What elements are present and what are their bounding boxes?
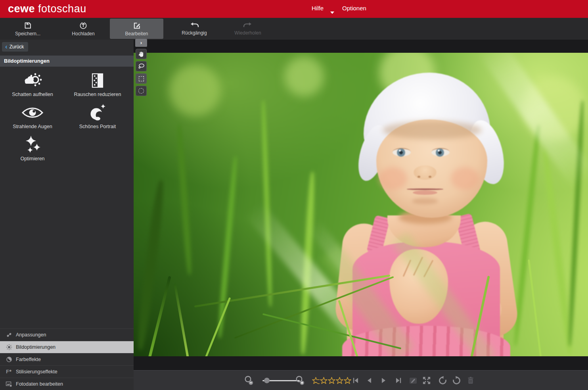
save-button[interactable]: Speichern... xyxy=(0,19,56,39)
next-image-button[interactable] xyxy=(381,371,387,390)
tool-bright-eyes[interactable]: Strahlende Augen xyxy=(0,100,65,132)
menu-hilfe[interactable]: Hilfe xyxy=(312,5,324,12)
title-bar: cewe fotoschau Hilfe Optionen xyxy=(0,0,588,18)
star-icon[interactable] xyxy=(320,377,328,384)
category-stylization-effects[interactable]: F★ Stilisierungseffekte xyxy=(0,365,134,378)
star-icon[interactable] xyxy=(344,377,351,384)
cheek-right xyxy=(451,167,479,190)
logo-regular: fotoschau xyxy=(38,3,86,15)
undo-button[interactable]: Rückgängig xyxy=(167,19,222,39)
nostril xyxy=(418,176,420,178)
star-icon[interactable] xyxy=(336,377,343,384)
redo-label: Wiederholen xyxy=(234,30,261,36)
baby-iris-left xyxy=(397,148,405,157)
color-effects-icon xyxy=(6,356,12,363)
lasso-select-tool[interactable] xyxy=(136,61,147,71)
beautiful-portrait-icon xyxy=(88,102,107,124)
tool-shadow-brighten[interactable]: Schatten aufhellen xyxy=(0,67,65,100)
photo-canvas[interactable] xyxy=(134,53,588,356)
next-image-icon xyxy=(381,377,387,384)
fullscreen-icon xyxy=(422,376,431,385)
chin-crease xyxy=(412,198,438,204)
canvas-area: › xyxy=(134,40,588,390)
edit-icon xyxy=(132,21,141,30)
hand-pan-tool[interactable] xyxy=(136,49,147,59)
category-color-effects[interactable]: Farbeffekte xyxy=(0,353,134,365)
star-icon[interactable] xyxy=(312,377,320,384)
fullscreen-button[interactable] xyxy=(422,371,431,390)
delete-button[interactable] xyxy=(467,371,475,390)
zoom-slider-track[interactable] xyxy=(262,380,300,381)
category-label: Stilisierungseffekte xyxy=(16,369,57,375)
baby-iris-right xyxy=(436,148,444,157)
star-icon[interactable] xyxy=(328,377,335,384)
baby-mouth xyxy=(407,188,443,190)
category-label: Farbeffekte xyxy=(16,357,41,362)
tool-label: Schatten aufhellen xyxy=(12,92,53,97)
shadow-brighten-icon xyxy=(22,69,43,92)
expand-palette-icon[interactable]: › xyxy=(135,39,147,47)
last-image-button[interactable] xyxy=(395,371,402,390)
tool-label: Schönes Portrait xyxy=(79,124,116,129)
baby-figure xyxy=(134,53,588,356)
compare-edit-button[interactable] xyxy=(409,371,418,390)
eye-highlight xyxy=(399,150,401,152)
zoom-slider[interactable] xyxy=(262,371,300,390)
zoom-out-icon xyxy=(244,375,254,386)
zoom-in-button[interactable] xyxy=(295,371,305,390)
category-label: Fotodaten bearbeiten xyxy=(16,381,63,387)
redo-icon xyxy=(243,22,253,29)
rotate-right-button[interactable] xyxy=(452,371,462,390)
tool-optimize[interactable]: Optimieren xyxy=(0,132,65,164)
rect-select-tool[interactable] xyxy=(136,73,147,84)
optimize-sparkles-icon xyxy=(24,134,41,156)
noise-reduction-icon xyxy=(90,69,105,92)
category-label: Anpassungen xyxy=(16,332,46,338)
sun-icon xyxy=(6,344,12,350)
save-label: Speichern... xyxy=(15,31,40,37)
chevron-down-icon[interactable] xyxy=(330,12,334,14)
last-image-icon xyxy=(395,377,402,384)
category-photo-data[interactable]: Fotodaten bearbeiten xyxy=(0,378,134,390)
tool-beautiful-portrait[interactable]: Schönes Portrait xyxy=(65,100,130,132)
category-list: Anpassungen Bildoptimierungen Farbef xyxy=(0,329,134,390)
edit-button[interactable]: Bearbeiten xyxy=(110,19,163,39)
selection-tool-palette: › xyxy=(135,39,147,96)
nostril xyxy=(429,176,431,178)
first-image-button[interactable] xyxy=(352,371,359,390)
undo-icon xyxy=(190,22,199,29)
category-adjustments[interactable]: Anpassungen xyxy=(0,329,134,341)
rotate-left-button[interactable] xyxy=(438,371,447,390)
ellipse-select-tool[interactable] xyxy=(136,86,147,96)
rect-marquee-icon xyxy=(139,76,144,81)
edit-label: Bearbeiten xyxy=(125,31,148,37)
cheek-left xyxy=(379,167,407,190)
baby-lower-lip xyxy=(413,190,437,195)
back-label: Zurück xyxy=(10,44,24,50)
redo-button[interactable]: Wiederholen xyxy=(222,19,274,39)
panel-title: Bildoptimierungen xyxy=(0,56,134,67)
lasso-icon xyxy=(138,63,145,69)
upload-label: Hochladen xyxy=(72,31,94,37)
category-label: Bildoptimierungen xyxy=(16,344,56,350)
photo-data-edit-icon xyxy=(6,381,12,387)
zoom-out-button[interactable] xyxy=(244,371,254,390)
upload-button[interactable]: Hochladen xyxy=(56,19,111,39)
previous-image-icon xyxy=(366,377,372,384)
first-image-icon xyxy=(352,377,359,384)
previous-image-button[interactable] xyxy=(366,371,372,390)
menu-optionen[interactable]: Optionen xyxy=(342,5,366,12)
tool-label: Optimieren xyxy=(20,156,44,161)
tool-noise-reduction[interactable]: Rauschen reduzieren xyxy=(65,67,130,100)
zoom-slider-handle[interactable] xyxy=(264,378,270,383)
rating-stars[interactable] xyxy=(312,371,351,390)
app-logo: cewe fotoschau xyxy=(8,3,86,15)
category-image-optimizations[interactable]: Bildoptimierungen xyxy=(0,341,134,353)
back-button[interactable]: ‹ Zurück xyxy=(2,42,28,52)
zoom-in-icon xyxy=(295,375,305,386)
rotate-right-icon xyxy=(452,376,462,385)
chevron-left-icon: ‹ xyxy=(5,43,8,50)
main-toolbar: Speichern... Hochladen Bearbeiten Rückgä… xyxy=(0,18,588,40)
adjustments-icon xyxy=(6,332,12,338)
upload-icon xyxy=(79,21,88,30)
